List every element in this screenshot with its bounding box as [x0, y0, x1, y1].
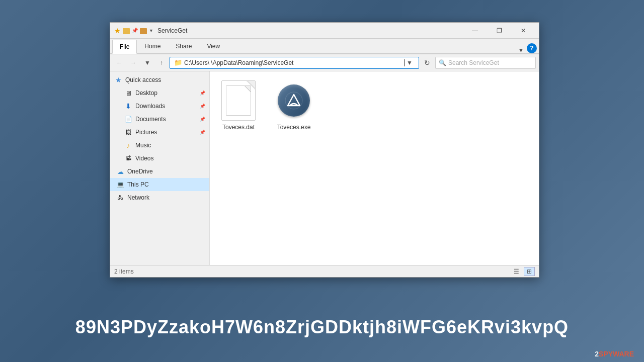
ribbon: File Home Share View ▼ ?: [110, 39, 539, 54]
desktop-icon: 🖥: [124, 89, 132, 97]
onedrive-icon: ☁: [116, 167, 124, 175]
watermark-prefix: 2: [595, 350, 599, 358]
window-controls: — ❐ ✕: [463, 24, 535, 38]
status-bar: 2 items ☰ ⊞: [110, 265, 539, 277]
window-title: ServiceGet: [157, 27, 463, 34]
help-button[interactable]: ?: [527, 43, 537, 53]
exe-file-label: Toveces.exe: [277, 124, 311, 131]
large-icons-view-button[interactable]: ⊞: [524, 267, 535, 276]
address-input[interactable]: 📁 C:\Users\ \AppData\Roaming\ServiceGet …: [170, 57, 419, 69]
forward-button[interactable]: →: [127, 57, 139, 69]
music-icon: ♪: [124, 141, 132, 149]
this-pc-icon: 💻: [116, 180, 124, 189]
pin-icon-pictures: 📌: [200, 130, 205, 135]
search-icon: 🔍: [439, 59, 446, 66]
tab-share[interactable]: Share: [168, 39, 199, 53]
watermark-brand: SPYWARE: [599, 350, 634, 358]
sidebar-item-documents[interactable]: 📄 Documents 📌: [110, 113, 209, 126]
title-bar-icons: ★ 📌 ▼: [114, 27, 153, 35]
dropdown-arrow-icon[interactable]: ▼: [149, 28, 153, 33]
ribbon-collapse-button[interactable]: ▼: [515, 47, 527, 53]
watermark: 2SPYWARE: [595, 350, 634, 358]
sidebar-item-downloads[interactable]: ⬇ Downloads 📌: [110, 100, 209, 113]
up-button[interactable]: ↑: [155, 57, 168, 69]
back-button[interactable]: ←: [113, 57, 125, 69]
sidebar: ★ Quick access 🖥 Desktop 📌 ⬇ Downloads 📌…: [110, 71, 210, 265]
exe-file-icon: [276, 80, 312, 121]
file-item-exe[interactable]: Toveces.exe: [271, 77, 316, 134]
sidebar-item-quick-access[interactable]: ★ Quick access: [110, 73, 209, 86]
view-toggle: ☰ ⊞: [511, 267, 535, 276]
quick-access-star-icon: ★: [114, 27, 121, 35]
folder-icon-2: [140, 28, 147, 34]
network-icon: 🖧: [116, 194, 124, 202]
address-bar: ← → ▼ ↑ 📁 C:\Users\ \AppData\Roaming\Ser…: [110, 54, 539, 71]
details-view-button[interactable]: ☰: [511, 267, 522, 276]
explorer-window: ★ 📌 ▼ ServiceGet — ❐ ✕ File Home Share V…: [110, 22, 539, 278]
documents-icon: 📄: [124, 115, 132, 123]
sidebar-label-quick-access: Quick access: [125, 76, 161, 83]
tab-view[interactable]: View: [199, 39, 227, 53]
quick-access-icon: ★: [114, 76, 122, 84]
status-item-count: 2 items: [114, 268, 134, 275]
sidebar-item-onedrive[interactable]: ☁ OneDrive: [110, 165, 209, 178]
maximize-button[interactable]: ❐: [488, 24, 511, 38]
refresh-button[interactable]: ↻: [421, 57, 433, 69]
files-grid: Toveces.dat: [216, 77, 533, 259]
pin-icon-documents: 📌: [200, 117, 205, 122]
sidebar-label-videos: Videos: [135, 155, 153, 162]
sidebar-item-desktop[interactable]: 🖥 Desktop 📌: [110, 86, 209, 100]
sidebar-item-pictures[interactable]: 🖼 Pictures 📌: [110, 126, 209, 139]
sidebar-label-network: Network: [127, 194, 149, 201]
sidebar-item-this-pc[interactable]: 💻 This PC: [110, 178, 209, 191]
dat-file-icon: [221, 80, 256, 121]
sidebar-label-documents: Documents: [135, 116, 166, 123]
dat-file-label: Toveces.dat: [222, 124, 255, 131]
sidebar-item-music[interactable]: ♪ Music: [110, 139, 209, 152]
pin-icon-downloads: 📌: [200, 104, 205, 109]
tab-file[interactable]: File: [112, 40, 137, 54]
recent-locations-button[interactable]: ▼: [141, 57, 153, 69]
downloads-icon: ⬇: [124, 102, 132, 110]
sidebar-label-desktop: Desktop: [135, 89, 157, 97]
minimize-button[interactable]: —: [463, 24, 487, 38]
folder-icon: [123, 28, 130, 34]
exe-logo-svg: [285, 92, 303, 110]
sidebar-label-downloads: Downloads: [135, 103, 165, 110]
sidebar-item-videos[interactable]: 📽 Videos: [110, 152, 209, 165]
address-dropdown-arrow[interactable]: ▼: [405, 59, 415, 66]
videos-icon: 📽: [124, 154, 132, 162]
search-box[interactable]: 🔍 Search ServiceGet: [435, 57, 536, 69]
exe-circle-icon: [278, 84, 310, 117]
address-path-text: C:\Users\ \AppData\Roaming\ServiceGet: [184, 59, 404, 66]
sidebar-label-onedrive: OneDrive: [127, 168, 153, 175]
search-placeholder-text: Search ServiceGet: [448, 59, 499, 66]
sidebar-label-pictures: Pictures: [135, 129, 157, 136]
main-area: ★ Quick access 🖥 Desktop 📌 ⬇ Downloads 📌…: [110, 71, 539, 265]
sidebar-label-music: Music: [135, 142, 151, 149]
ribbon-tabs: File Home Share View ▼ ?: [110, 39, 539, 54]
bottom-text: 89N3PDyZzakoH7W6n8ZrjGDDktjh8iWFG6eKRvi3…: [0, 317, 644, 338]
address-folder-icon: 📁: [174, 59, 182, 66]
pin-icon: 📌: [132, 28, 138, 33]
title-bar: ★ 📌 ▼ ServiceGet — ❐ ✕: [110, 23, 539, 39]
sidebar-item-network[interactable]: 🖧 Network: [110, 191, 209, 204]
sidebar-label-this-pc: This PC: [127, 181, 149, 188]
pictures-icon: 🖼: [124, 128, 132, 136]
close-button[interactable]: ✕: [512, 24, 535, 38]
content-area: Toveces.dat: [210, 71, 539, 265]
tab-home[interactable]: Home: [137, 39, 168, 53]
pin-icon-desktop: 📌: [200, 90, 205, 96]
file-item-dat[interactable]: Toveces.dat: [216, 77, 261, 134]
